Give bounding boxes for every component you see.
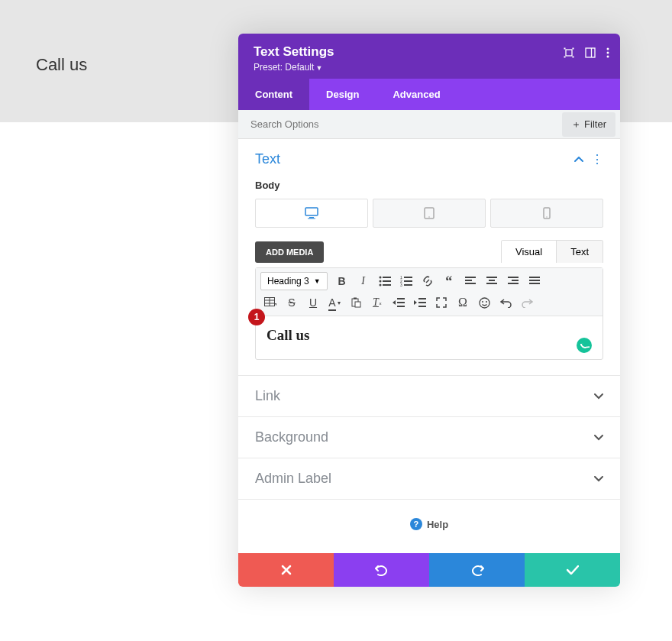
svg-rect-38	[529, 277, 540, 278]
plus-icon: ＋	[571, 118, 581, 131]
svg-point-7	[607, 48, 609, 50]
svg-point-57	[486, 301, 487, 303]
svg-point-19	[379, 280, 381, 283]
undo-button[interactable]	[334, 553, 429, 587]
svg-rect-22	[383, 284, 391, 286]
tab-content[interactable]: Content	[238, 79, 309, 110]
text-body-area: Body ADD MEDIA Visual Text	[238, 180, 620, 375]
filter-button[interactable]: ＋ Filter	[562, 112, 615, 137]
device-desktop[interactable]	[255, 199, 368, 228]
svg-rect-49	[397, 298, 405, 299]
redo-button[interactable]	[429, 553, 525, 587]
svg-rect-37	[508, 283, 519, 284]
align-right-icon[interactable]	[503, 271, 523, 291]
wysiwyg-editor: Heading 3 ▼ B I 123	[255, 267, 603, 360]
svg-rect-29	[465, 277, 476, 278]
editor-top-row: ADD MEDIA Visual Text	[255, 240, 603, 263]
svg-rect-26	[404, 280, 412, 282]
editor-content-area[interactable]: 1 Call us	[256, 316, 603, 359]
fullscreen-icon[interactable]	[431, 293, 451, 312]
strikethrough-icon[interactable]: S	[282, 293, 302, 312]
bullet-list-icon[interactable]	[375, 271, 395, 291]
format-select[interactable]: Heading 3 ▼	[260, 272, 328, 290]
add-media-button[interactable]: ADD MEDIA	[255, 241, 324, 263]
chevron-down-icon	[594, 435, 603, 441]
search-row: ＋ Filter	[238, 110, 620, 139]
tab-visual[interactable]: Visual	[502, 241, 556, 263]
svg-rect-0	[566, 50, 572, 56]
preset-dropdown[interactable]: Preset: Default▼	[254, 62, 605, 73]
align-center-icon[interactable]	[482, 271, 502, 291]
number-list-icon[interactable]: 123	[396, 271, 416, 291]
align-left-icon[interactable]	[460, 271, 480, 291]
svg-rect-2	[573, 48, 574, 50]
editor-toolbar: Heading 3 ▼ B I 123	[256, 268, 603, 316]
table-icon[interactable]: ▾	[260, 293, 280, 312]
svg-rect-1	[564, 48, 566, 50]
modal-header: Text Settings Preset: Default▼	[238, 34, 620, 79]
underline-icon[interactable]: U	[303, 293, 323, 312]
section-text: Text ⋮ Body AD	[238, 139, 620, 376]
section-background-header[interactable]: Background	[238, 417, 620, 458]
tab-text-mode[interactable]: Text	[556, 241, 603, 263]
kebab-menu-icon[interactable]: ⋮	[591, 154, 603, 166]
svg-point-56	[482, 301, 483, 303]
chevron-up-icon[interactable]	[574, 157, 583, 163]
tab-advanced[interactable]: Advanced	[376, 79, 457, 110]
italic-icon[interactable]: I	[354, 271, 373, 291]
emoji-icon[interactable]	[474, 293, 494, 312]
svg-point-14	[428, 216, 430, 218]
device-tablet[interactable]	[373, 199, 486, 228]
svg-point-17	[379, 277, 381, 279]
text-color-icon[interactable]: A▾	[325, 293, 344, 312]
search-input[interactable]	[238, 110, 562, 138]
svg-rect-24	[404, 277, 412, 278]
svg-rect-53	[418, 302, 426, 303]
body-label: Body	[255, 180, 603, 191]
special-char-icon[interactable]: Ω	[453, 293, 473, 312]
svg-rect-50	[397, 302, 405, 303]
tab-design[interactable]: Design	[309, 79, 376, 110]
svg-point-21	[379, 284, 381, 287]
editor-heading-text[interactable]: Call us	[267, 327, 592, 344]
indent-icon[interactable]	[410, 293, 430, 312]
help-row[interactable]: ? Help	[238, 500, 620, 553]
link-icon[interactable]	[418, 271, 438, 291]
clear-format-icon[interactable]: Tₓ	[367, 293, 387, 312]
redo-icon[interactable]	[517, 293, 537, 312]
svg-rect-32	[486, 277, 497, 278]
svg-rect-28	[404, 284, 412, 286]
section-text-header[interactable]: Text ⋮	[238, 139, 620, 180]
svg-rect-40	[529, 283, 540, 284]
svg-rect-34	[486, 283, 497, 284]
svg-rect-20	[383, 280, 391, 282]
svg-point-9	[607, 56, 609, 58]
expand-icon[interactable]	[564, 47, 574, 58]
svg-rect-10	[305, 208, 318, 215]
section-link: Link	[238, 376, 620, 417]
section-admin-header[interactable]: Admin Label	[238, 458, 620, 499]
undo-icon[interactable]	[496, 293, 515, 312]
kebab-menu-icon[interactable]	[606, 47, 609, 58]
panel-toggle-icon[interactable]	[585, 47, 596, 58]
cancel-button[interactable]	[238, 553, 334, 587]
svg-rect-54	[418, 306, 426, 307]
align-justify-icon[interactable]	[525, 271, 544, 291]
section-link-header[interactable]: Link	[238, 376, 620, 416]
grammarly-icon[interactable]	[577, 338, 592, 353]
editor-mode-tabs: Visual Text	[501, 240, 603, 263]
modal-title: Text Settings	[254, 44, 605, 60]
settings-tabs: Content Design Advanced	[238, 79, 620, 110]
svg-rect-33	[489, 280, 495, 281]
help-icon: ?	[410, 518, 422, 530]
outdent-icon[interactable]	[389, 293, 409, 312]
svg-rect-18	[383, 277, 391, 278]
blockquote-icon[interactable]: “	[439, 271, 459, 291]
save-button[interactable]	[525, 553, 620, 587]
page-text-callus: Call us	[36, 55, 87, 75]
paste-text-icon[interactable]	[346, 293, 366, 312]
svg-rect-5	[586, 48, 595, 57]
device-phone[interactable]	[490, 199, 603, 228]
bold-icon[interactable]: B	[332, 271, 352, 291]
svg-rect-47	[354, 298, 357, 299]
